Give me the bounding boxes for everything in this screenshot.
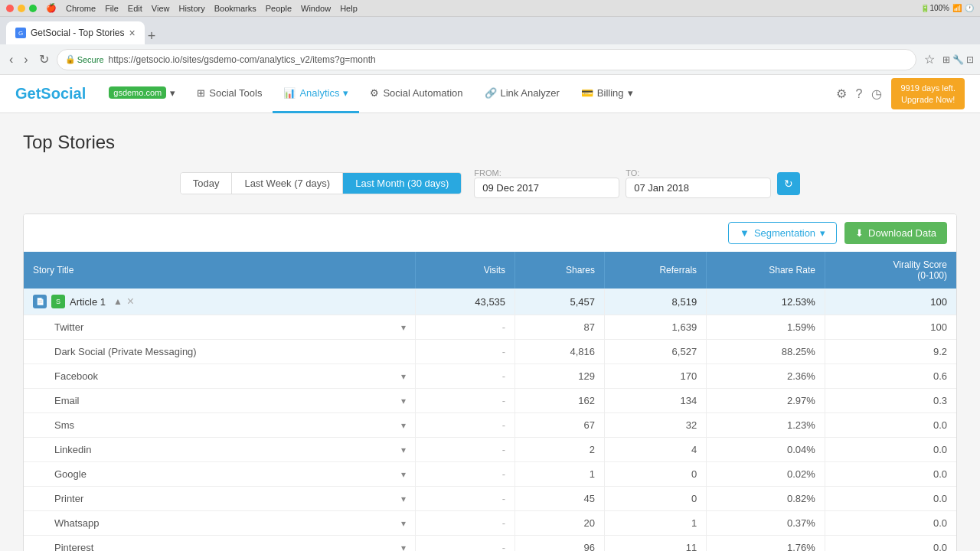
mac-app-name[interactable]: Chrome <box>66 4 96 13</box>
chrome-extensions: ⊞ 🔧 ⊡ <box>942 54 974 65</box>
domain-badge: gsdemo.com <box>109 86 166 99</box>
table-row: Email ▾ - 162 134 2.97% 0.3 <box>24 389 956 413</box>
nav-analytics[interactable]: 📊 Analytics ▾ <box>273 75 359 113</box>
minimize-dot[interactable] <box>18 5 25 12</box>
linkedin-expand-button[interactable]: ▾ <box>401 445 406 455</box>
mac-menu-history[interactable]: History <box>178 4 204 13</box>
mac-menu-bookmarks[interactable]: Bookmarks <box>214 4 256 13</box>
bookmark-button[interactable]: ☆ <box>921 49 938 70</box>
google-referrals: 0 <box>605 462 707 487</box>
link-icon: 🔗 <box>485 87 497 99</box>
email-expand-button[interactable]: ▾ <box>401 396 406 406</box>
from-date-input[interactable] <box>474 178 619 198</box>
settings-button[interactable]: ⚙ <box>836 86 847 101</box>
whatsapp-expand-button[interactable]: ▾ <box>401 518 406 529</box>
table-row: Whatsapp ▾ - 20 1 0.37% 0.0 <box>24 511 956 536</box>
forward-button[interactable]: › <box>21 50 31 70</box>
linkedin-referrals: 4 <box>605 438 707 462</box>
facebook-expand-button[interactable]: ▾ <box>401 371 406 382</box>
nav-social-tools[interactable]: ⊞ Social Tools <box>186 75 273 113</box>
channel-dark-social-label: Dark Social (Private Messaging) <box>54 346 197 357</box>
new-tab-button[interactable]: + <box>148 28 156 44</box>
reload-button[interactable]: ↻ <box>36 49 52 70</box>
table-header-row: Story Title Visits Shares Referrals Shar… <box>24 252 956 289</box>
article-share-icon: S <box>51 295 65 308</box>
twitter-visits: - <box>416 315 515 340</box>
article-1-close-button[interactable]: × <box>127 295 134 308</box>
table-area: ▼ Segmentation ▾ ⬇ Download Data Story T… <box>23 214 957 551</box>
sms-shares: 67 <box>515 413 605 438</box>
whatsapp-shares: 20 <box>515 511 605 536</box>
nav-social-automation[interactable]: ⚙ Social Automation <box>359 75 473 113</box>
mac-menu-people[interactable]: People <box>266 4 292 13</box>
upgrade-line2: Upgrade Now! <box>901 95 955 104</box>
mac-menu-file[interactable]: File <box>105 4 119 13</box>
nav-domain[interactable]: gsdemo.com ▾ <box>98 75 186 113</box>
maximize-dot[interactable] <box>29 5 37 12</box>
mac-menu-edit[interactable]: Edit <box>128 4 142 13</box>
chrome-toolbar: ‹ › ↻ 🔒 Secure https://getsocio.io/sites… <box>0 44 980 75</box>
period-last-week[interactable]: Last Week (7 days) <box>232 173 343 194</box>
facebook-share-rate: 2.36% <box>707 364 825 389</box>
from-label: FROM: <box>474 168 619 178</box>
download-button[interactable]: ⬇ Download Data <box>844 222 947 244</box>
col-story-title: Story Title <box>24 252 416 289</box>
printer-expand-button[interactable]: ▾ <box>401 494 406 504</box>
article-1-referrals: 8,519 <box>605 289 707 315</box>
mac-menu-window[interactable]: Window <box>301 4 331 13</box>
email-referrals: 134 <box>605 389 707 413</box>
article-1-expand-button[interactable]: ▲ <box>113 296 122 307</box>
nav-analytics-label: Analytics <box>299 87 339 99</box>
refresh-button[interactable]: ↻ <box>777 172 800 195</box>
nav-billing[interactable]: 💳 Billing ▾ <box>570 75 644 113</box>
email-share-rate: 2.97% <box>707 389 825 413</box>
social-tools-icon: ⊞ <box>197 87 205 99</box>
twitter-share-rate: 1.59% <box>707 315 825 340</box>
whatsapp-cell: Whatsapp ▾ <box>24 511 416 536</box>
twitter-expand-button[interactable]: ▾ <box>401 322 406 333</box>
linkedin-visits: - <box>416 438 515 462</box>
from-date-group: FROM: <box>474 168 619 198</box>
nav-link-label: Link Analyzer <box>501 87 560 99</box>
linkedin-virality: 0.0 <box>825 438 956 462</box>
activity-button[interactable]: ◷ <box>871 86 882 101</box>
period-today[interactable]: Today <box>181 173 233 194</box>
dark-social-shares: 4,816 <box>515 340 605 364</box>
upgrade-button[interactable]: 9919 days left. Upgrade Now! <box>891 78 965 109</box>
help-button[interactable]: ? <box>856 87 863 101</box>
browser-tab[interactable]: G GetSocial - Top Stories × <box>6 21 145 44</box>
address-bar[interactable]: 🔒 Secure https://getsocio.io/sites/gsdem… <box>57 49 916 70</box>
sms-referrals: 32 <box>605 413 707 438</box>
table-body: 📄 S Article 1 ▲ × 43,535 5,457 8,519 12.… <box>24 289 956 551</box>
analytics-icon: 📊 <box>283 87 296 99</box>
google-virality: 0.0 <box>825 462 956 487</box>
tab-favicon: G <box>15 28 26 38</box>
article-rank-icon: 📄 <box>33 295 47 308</box>
channel-twitter-label: Twitter <box>54 321 83 333</box>
segmentation-button[interactable]: ▼ Segmentation ▾ <box>728 222 837 244</box>
main-content: Top Stories Today Last Week (7 days) Las… <box>0 113 980 551</box>
app-logo[interactable]: GetSocial <box>15 85 86 103</box>
sms-expand-button[interactable]: ▾ <box>401 420 406 431</box>
mac-menu-help[interactable]: Help <box>340 4 358 13</box>
twitter-channel-cell: Twitter ▾ <box>24 315 416 340</box>
to-date-input[interactable] <box>626 178 771 198</box>
tab-close-button[interactable]: × <box>129 27 136 39</box>
google-expand-button[interactable]: ▾ <box>401 469 406 480</box>
mac-apple-icon[interactable]: 🍎 <box>46 3 57 13</box>
channel-pinterest-label: Pinterest <box>54 542 93 551</box>
billing-icon: 💳 <box>581 87 593 99</box>
period-last-month[interactable]: Last Month (30 days) <box>343 173 461 194</box>
whatsapp-virality: 0.0 <box>825 511 956 536</box>
nav-link-analyzer[interactable]: 🔗 Link Analyzer <box>474 75 570 113</box>
back-button[interactable]: ‹ <box>6 50 16 70</box>
dark-social-share-rate: 88.25% <box>707 340 825 364</box>
google-share-rate: 0.02% <box>707 462 825 487</box>
lock-icon: 🔒 <box>65 54 76 64</box>
email-visits: - <box>416 389 515 413</box>
tab-title: GetSocial - Top Stories <box>31 28 125 38</box>
close-dot[interactable] <box>6 5 14 12</box>
mac-menu-view[interactable]: View <box>152 4 170 13</box>
pinterest-expand-button[interactable]: ▾ <box>401 543 406 552</box>
article-1-visits: 43,535 <box>416 289 515 315</box>
